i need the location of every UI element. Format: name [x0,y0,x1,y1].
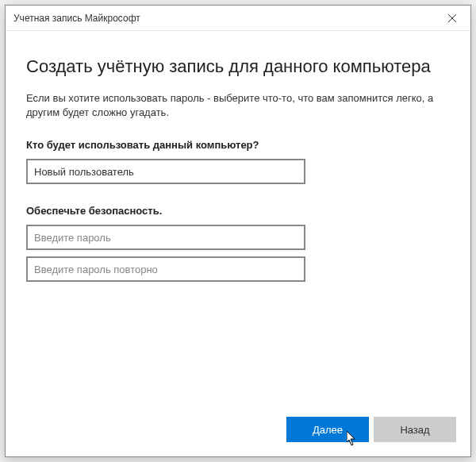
account-dialog: Учетная запись Майкрософт Создать учётну… [5,5,471,457]
page-heading: Создать учётную запись для данного компь… [26,56,450,77]
titlebar: Учетная запись Майкрософт [6,6,470,31]
back-button[interactable]: Назад [374,417,456,442]
username-section-label: Кто будет использовать данный компьютер? [26,139,450,151]
password-confirm-input[interactable] [26,256,305,282]
dialog-content: Создать учётную запись для данного компь… [6,31,470,406]
password-section-label: Обеспечьте безопасность. [26,205,450,217]
username-input[interactable] [26,159,305,184]
window-title: Учетная запись Майкрософт [13,13,140,24]
next-button[interactable]: Далее [286,417,369,442]
dialog-footer: Далее Назад [6,406,470,456]
close-icon [448,11,456,25]
password-input[interactable] [26,225,305,250]
page-description: Если вы хотите использовать пароль - выб… [26,91,450,120]
close-button[interactable] [434,6,470,31]
